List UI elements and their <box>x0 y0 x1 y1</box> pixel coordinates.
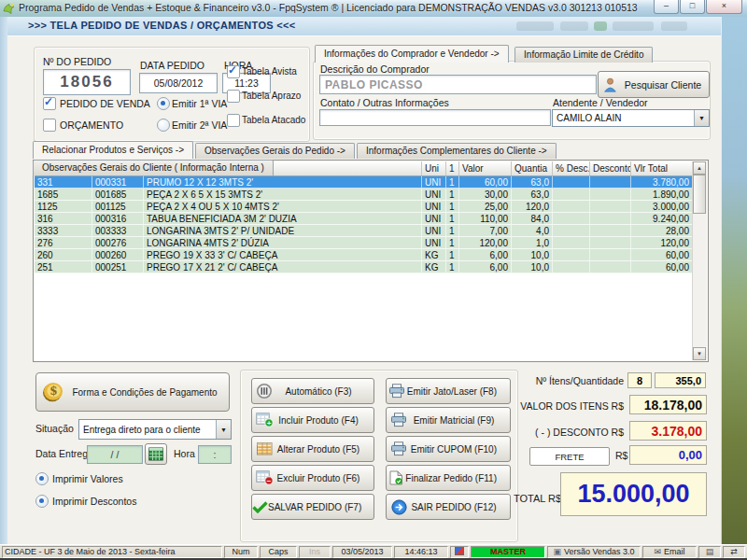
table-cell <box>590 261 631 273</box>
pedido-venda-checkbox[interactable] <box>43 97 56 110</box>
table-cell: 1.890,00 <box>631 189 693 201</box>
sair-pedido-button[interactable]: SAIR PEDIDO (F12) <box>386 494 511 520</box>
table-cell: 000316 <box>92 213 144 225</box>
situacao-label: Situação <box>35 423 74 434</box>
monitor-icon: ▣ <box>553 547 561 557</box>
imprimir-valores-radio[interactable] <box>35 472 49 485</box>
orcamento-checkbox[interactable] <box>43 119 56 132</box>
emitir-jato-laser-button[interactable]: Emitir Jato/Laser (F8) <box>386 378 511 404</box>
column-header[interactable]: 1 <box>446 161 459 176</box>
tabela-atacado-checkbox[interactable] <box>227 114 240 127</box>
table-row[interactable]: 1685001685PEÇA 2 X 6 5 X 15 3MTS 2'UNI13… <box>35 189 693 201</box>
table-row[interactable]: 276000276LONGARINA 4MTS 2' DÚZIAUNI1120,… <box>35 237 693 249</box>
order-number-label: Nº DO PEDIDO <box>43 56 111 67</box>
desconto-label: ( - ) DESCONTO R$ <box>519 427 624 438</box>
tab-comprador-vendedor[interactable]: Informações do Comprador e Vendedor -> <box>315 45 509 63</box>
table-cell: 1 <box>446 213 459 225</box>
automatico-button[interactable]: Automático (F3) <box>251 378 374 404</box>
imprimir-valores-label: Imprimir Valores <box>52 473 123 484</box>
tabela-avista-checkbox[interactable] <box>227 65 240 78</box>
alterar-produto-button[interactable]: Alterar Produto (F5) <box>251 436 374 462</box>
emitir-2via-radio[interactable] <box>157 119 170 132</box>
action-button-label: SALVAR PEDIDO (F7) <box>268 502 374 512</box>
column-header[interactable]: Valor <box>459 161 512 176</box>
ghost-artifact <box>560 21 588 31</box>
table-cell <box>553 261 590 273</box>
table-cell <box>590 237 631 249</box>
table-row[interactable]: 316000316TABUA BENEFICIADA 3M 2' DUZIAUN… <box>35 213 693 225</box>
table-cell: 10,0 <box>512 261 553 273</box>
close-button[interactable]: × <box>706 0 742 14</box>
table-cell <box>553 201 590 213</box>
window-border-right <box>721 17 747 544</box>
table-cell: 6,00 <box>459 249 512 261</box>
table-cell <box>553 225 590 237</box>
table-cell: 60,00 <box>631 249 693 261</box>
finalizar-pedido-button[interactable]: Finalizar Pedido (F11) <box>386 465 511 491</box>
column-header[interactable]: Quantia <box>512 161 553 176</box>
statusbar: CIDADE - UF 3 de Maio de 2013 - Sexta-fe… <box>0 544 747 558</box>
table-row[interactable]: 260000260PREGO 19 X 33 3' C/ CABEÇAKG16,… <box>35 249 693 261</box>
imprimir-descontos-radio[interactable] <box>35 495 49 508</box>
table-cell: 110,00 <box>459 213 512 225</box>
contato-field[interactable] <box>319 109 551 126</box>
excluir-produto-button[interactable]: −Excluir Produto (F6) <box>251 465 374 491</box>
column-header[interactable]: % Desc. <box>553 161 590 176</box>
status-text: CIDADE - UF 3 de Maio de 2013 - Sexta-fe… <box>5 547 176 557</box>
tab-observacoes-cliente[interactable]: Observações Gerais do Cliente ( Informaç… <box>33 160 274 175</box>
maximize-button[interactable]: □ <box>680 0 705 14</box>
column-header[interactable]: Uni <box>422 161 446 176</box>
pesquisar-cliente-button[interactable]: Pesquisar Cliente <box>598 71 710 98</box>
action-button-label: Emitir Matricial (F9) <box>411 415 510 426</box>
tab-informacoes-complementares[interactable]: Informações Complementares do Cliente -> <box>357 143 557 159</box>
table-row[interactable]: 331000331PRUMO 12 X 12 3MTS 2'UNI160,006… <box>35 176 693 189</box>
incluir-produto-button[interactable]: +Incluir Produto (F4) <box>251 407 374 433</box>
table-cell: 120,00 <box>459 237 512 249</box>
check-icon <box>252 501 268 513</box>
table-row[interactable]: 3333003333LONGARINA 3MTS 2' P/ UNIDADEUN… <box>35 225 693 237</box>
table-cell: 63,0 <box>512 176 553 189</box>
calendar-button[interactable] <box>145 443 167 465</box>
vertical-scrollbar[interactable]: ▲ ▼ <box>692 161 707 360</box>
emitir-matricial-button[interactable]: Emitir Matricial (F9) <box>386 407 511 433</box>
scroll-down-icon[interactable]: ▼ <box>693 347 706 360</box>
scroll-up-icon[interactable]: ▲ <box>693 161 706 175</box>
chevron-down-icon[interactable]: ▼ <box>694 110 709 126</box>
order-number-field[interactable]: 18056 <box>43 69 131 95</box>
doc-check-icon <box>387 470 405 485</box>
tab-relacionar-produtos[interactable]: Relacionar Produtos e Serviços -> <box>33 141 193 159</box>
minimize-button[interactable]: – <box>654 0 679 14</box>
chevron-down-icon[interactable]: ▼ <box>216 420 231 439</box>
tab-limite-credito[interactable]: Informação Limite de Crédito <box>514 47 653 63</box>
table-cell: 260 <box>35 249 92 261</box>
tabela-aprazo-checkbox[interactable] <box>227 90 240 103</box>
tabela-avista-label: Tabela Avista <box>242 66 297 77</box>
status-text: Caps <box>268 547 288 557</box>
svg-text:−: − <box>266 477 271 485</box>
table-row[interactable]: 251000251PREGO 17 X 21 2' C/ CABEÇAKG16,… <box>35 261 693 273</box>
emitir-1via-radio[interactable] <box>157 97 170 110</box>
tab-observacoes-pedido[interactable]: Observações Gerais do Pedido -> <box>195 143 355 159</box>
status-version: ▣Versão Vendas 3.0 <box>547 546 641 558</box>
scrollbar-thumb[interactable] <box>693 175 706 214</box>
orcamento-label: ORÇAMENTO <box>60 119 123 131</box>
column-header[interactable]: Vlr Total <box>631 161 693 176</box>
action-button-label: Incluir Produto (F4) <box>276 415 374 426</box>
buyer-description-field[interactable]: PABLO PICASSO <box>319 75 597 94</box>
frete-field[interactable]: 0,00 <box>629 445 707 465</box>
column-header[interactable]: Desconto <box>590 161 631 176</box>
table-cell: 000251 <box>92 261 144 273</box>
hora-entrega-field[interactable]: : <box>198 445 232 464</box>
status-text: Email <box>664 547 685 557</box>
situacao-combobox[interactable]: Entrega direto para o cliente ▼ <box>78 419 232 440</box>
atendente-combobox[interactable]: CAMILO ALAIN ▼ <box>552 109 710 127</box>
order-date-field[interactable]: 05/08/2012 <box>139 73 218 93</box>
data-entrega-field[interactable]: / / <box>87 445 143 464</box>
table-row[interactable]: 1125001125PEÇA 2 X 4 OU 5 X 10 4MTS 2'UN… <box>35 201 693 213</box>
frete-button[interactable]: FRETE <box>529 447 610 466</box>
forma-pagamento-button[interactable]: $ Forma e Condições de Pagamento <box>35 372 230 412</box>
auto-icon <box>252 383 276 399</box>
emitir-cupom-button[interactable]: Emitir CUPOM (F10) <box>386 436 511 462</box>
table-cell: 3333 <box>35 225 92 237</box>
salvar-pedido-button[interactable]: SALVAR PEDIDO (F7) <box>251 494 374 520</box>
